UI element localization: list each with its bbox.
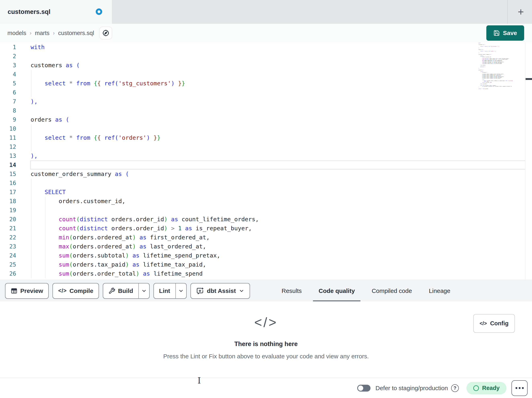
code-line[interactable]: 8: [0, 106, 532, 115]
line-number[interactable]: 24: [0, 251, 16, 260]
breadcrumb-item[interactable]: customers.sql: [58, 30, 94, 36]
tab-compiled-code[interactable]: Compiled code: [372, 280, 412, 302]
code-line[interactable]: 23 max(orders.ordered_at) as last_ordere…: [0, 242, 532, 251]
line-number[interactable]: 21: [0, 224, 16, 233]
line-content[interactable]: customer_orders_summary as (: [16, 170, 532, 179]
line-content[interactable]: sum(orders.tax_paid) as lifetime_tax_pai…: [16, 260, 532, 269]
code-line[interactable]: 13),: [0, 151, 532, 160]
line-content[interactable]: [16, 142, 532, 151]
save-button[interactable]: Save: [486, 25, 524, 41]
breadcrumb-item[interactable]: marts: [35, 30, 50, 36]
line-content[interactable]: sum(orders.subtotal) as lifetime_spend_p…: [16, 251, 532, 260]
code-line[interactable]: 4: [0, 70, 532, 79]
line-number[interactable]: 17: [0, 188, 16, 197]
code-line[interactable]: 12: [0, 142, 532, 151]
editor-minimap[interactable]: with customers as ( select * from {{ ref…: [479, 43, 513, 89]
line-number[interactable]: 8: [0, 106, 16, 115]
defer-toggle[interactable]: [357, 385, 370, 391]
line-content[interactable]: [16, 70, 532, 79]
code-line[interactable]: 10: [0, 124, 532, 133]
line-content[interactable]: select * from {{ ref('orders') }}: [16, 133, 532, 142]
code-line[interactable]: 15customer_orders_summary as (: [0, 170, 532, 179]
code-editor[interactable]: 1with23customers as (45 select * from {{…: [0, 42, 532, 280]
code-line[interactable]: 22 min(orders.ordered_at) as first_order…: [0, 233, 532, 242]
line-content[interactable]: max(orders.ordered_at) as last_ordered_a…: [16, 242, 532, 251]
line-number[interactable]: 13: [0, 151, 16, 160]
line-number[interactable]: 23: [0, 242, 16, 251]
file-navigator-button[interactable]: [99, 26, 112, 39]
line-number[interactable]: 3: [0, 61, 16, 70]
lint-menu-button[interactable]: [175, 283, 186, 298]
line-content[interactable]: [16, 106, 532, 115]
code-line[interactable]: 26 sum(orders.order_total) as lifetime_s…: [0, 269, 532, 278]
code-line[interactable]: 7),: [0, 97, 532, 106]
code-line[interactable]: 20 count(distinct orders.order_id) as co…: [0, 215, 532, 224]
config-button[interactable]: </> Config: [473, 314, 515, 333]
line-number[interactable]: 14: [0, 160, 16, 170]
line-number[interactable]: 6: [0, 88, 16, 97]
line-content[interactable]: select * from {{ ref('stg_customers') }}: [16, 79, 532, 88]
line-number[interactable]: 15: [0, 170, 16, 179]
tab-results[interactable]: Results: [282, 280, 302, 302]
build-menu-button[interactable]: [138, 283, 149, 298]
line-content[interactable]: [16, 52, 532, 61]
code-line[interactable]: 24 sum(orders.subtotal) as lifetime_spen…: [0, 251, 532, 260]
code-line[interactable]: 21 count(distinct orders.order_id) > 1 a…: [0, 224, 532, 233]
compile-button[interactable]: </> Compile: [52, 283, 99, 299]
code-line[interactable]: 16: [0, 179, 532, 188]
breadcrumb-item[interactable]: models: [7, 30, 26, 36]
code-line[interactable]: 11 select * from {{ ref('orders') }}: [0, 133, 532, 142]
overflow-menu-button[interactable]: [512, 380, 528, 396]
line-number[interactable]: 22: [0, 233, 16, 242]
line-number[interactable]: 10: [0, 124, 16, 133]
code-line[interactable]: 6: [0, 88, 532, 97]
line-content[interactable]: [16, 88, 532, 97]
line-number[interactable]: 26: [0, 269, 16, 278]
tab-lineage[interactable]: Lineage: [429, 280, 450, 302]
line-content[interactable]: sum(orders.order_total) as lifetime_spen…: [16, 269, 532, 278]
new-tab-button[interactable]: +: [510, 0, 532, 24]
line-number[interactable]: 25: [0, 260, 16, 269]
line-content[interactable]: count(distinct orders.order_id) > 1 as i…: [16, 224, 532, 233]
line-content[interactable]: ),: [16, 97, 532, 106]
line-number[interactable]: 4: [0, 70, 16, 79]
code-line[interactable]: 25 sum(orders.tax_paid) as lifetime_tax_…: [0, 260, 532, 269]
lint-button[interactable]: Lint: [154, 283, 175, 298]
preview-button[interactable]: Preview: [5, 283, 49, 299]
line-content[interactable]: with: [16, 43, 532, 52]
line-content[interactable]: min(orders.ordered_at) as first_ordered_…: [16, 233, 532, 242]
line-content[interactable]: ),: [16, 151, 532, 160]
code-line[interactable]: 19: [0, 206, 532, 215]
code-line[interactable]: 3customers as (: [0, 61, 532, 70]
code-line[interactable]: 2: [0, 52, 532, 61]
line-content[interactable]: SELECT: [16, 188, 532, 197]
line-content[interactable]: orders.customer_id,: [16, 197, 532, 206]
line-content[interactable]: count(distinct orders.order_id) as count…: [16, 215, 532, 224]
tab-code-quality[interactable]: Code quality: [319, 280, 355, 302]
file-tab[interactable]: customers.sql: [0, 0, 112, 24]
line-number[interactable]: 2: [0, 52, 16, 61]
line-number[interactable]: 20: [0, 215, 16, 224]
dbt-assist-button[interactable]: dbt Assist: [190, 283, 250, 299]
line-content[interactable]: [16, 124, 532, 133]
line-number[interactable]: 1: [0, 43, 16, 52]
line-number[interactable]: 5: [0, 79, 16, 88]
line-number[interactable]: 19: [0, 206, 16, 215]
line-content[interactable]: [16, 179, 532, 188]
code-line[interactable]: 9orders as (: [0, 115, 532, 124]
line-content[interactable]: orders as (: [16, 115, 532, 124]
line-content[interactable]: [16, 160, 532, 170]
line-content[interactable]: customers as (: [16, 61, 532, 70]
scrollbar-thumb[interactable]: [526, 78, 532, 80]
line-content[interactable]: [16, 206, 532, 215]
build-button[interactable]: Build: [103, 283, 138, 298]
line-number[interactable]: 11: [0, 133, 16, 142]
line-number[interactable]: 9: [0, 115, 16, 124]
help-icon[interactable]: ?: [451, 384, 459, 392]
code-line[interactable]: 17 SELECT: [0, 188, 532, 197]
code-line[interactable]: 14: [0, 160, 532, 170]
line-number[interactable]: 16: [0, 179, 16, 188]
line-number[interactable]: 18: [0, 197, 16, 206]
line-number[interactable]: 12: [0, 142, 16, 151]
code-line[interactable]: 1with: [0, 43, 532, 52]
